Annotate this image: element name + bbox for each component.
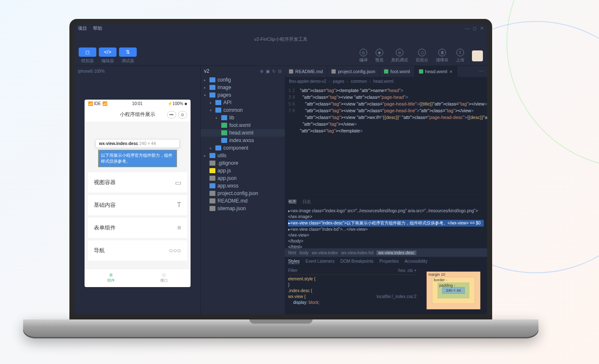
editor-panel: README.mdproject.config.jsonfoot.wxmlhea… (285, 66, 487, 314)
breadcrumb-item[interactable]: pages (333, 79, 344, 84)
device-info[interactable]: iphone6 100% (74, 66, 200, 76)
subtab[interactable]: Accessibility (405, 259, 427, 264)
subtab[interactable]: Event Listeners (305, 259, 334, 264)
action-真机调试[interactable]: ◎真机调试 (391, 49, 408, 63)
more-icon[interactable]: ⋯ (476, 66, 487, 77)
tree-item[interactable]: app.wxss (201, 182, 285, 190)
list-item[interactable]: 视图容器▭ (88, 172, 187, 193)
editor-tab[interactable]: head.wxml✕ (415, 66, 458, 77)
new-folder-icon[interactable]: ▣ (266, 69, 270, 74)
titlebar: v2-FinClip小程序开发工具 (74, 32, 487, 46)
hov-toggle[interactable]: :hov .cls + (398, 268, 416, 274)
menu-project[interactable]: 项目 (78, 25, 87, 32)
path-item[interactable]: wx-view.index (312, 251, 338, 255)
path-item[interactable]: body (300, 251, 309, 255)
maximize-icon[interactable]: ◻ (473, 26, 477, 31)
breadcrumb: fino-applet-demo-v2›pages›common›head.wx… (285, 77, 487, 85)
capsule-close[interactable]: ⊙ (178, 111, 187, 119)
path-item[interactable]: wx-view.index-desc (376, 251, 416, 255)
tree-item[interactable]: sitemap.json (201, 205, 285, 212)
tree-item[interactable]: ▾common (201, 106, 285, 114)
tree-item[interactable]: ▸utils (201, 152, 285, 159)
list-item[interactable]: 导航○○○ (88, 240, 187, 261)
breadcrumb-item[interactable]: common (351, 79, 367, 84)
editor-tab[interactable]: foot.wxml (380, 66, 414, 77)
tab-api[interactable]: ◻接口 (138, 269, 191, 287)
tree-item[interactable]: app.json (201, 174, 285, 182)
signal-icon: 📶 IDE 📶 (88, 101, 107, 106)
battery-icon: ⚡100% ■ (167, 101, 187, 106)
user-avatar[interactable] (472, 50, 483, 61)
refresh-icon[interactable]: ↻ (272, 69, 276, 74)
subtab[interactable]: DOM Breakpoints (340, 259, 374, 264)
action-预览[interactable]: ◉预览 (375, 49, 384, 63)
devtools-tab-view[interactable]: 视图 (288, 199, 297, 205)
subtab[interactable]: Properties (379, 259, 399, 264)
debugger-label: 调试器 (119, 58, 137, 64)
simulator-label: 模拟器 (79, 58, 96, 64)
laptop-frame: 项目 帮助 — ◻ ✕ v2-FinClip小程序开发工具 ◻ </> ⇅ 模拟… (23, 19, 538, 351)
menubar: 项目 帮助 — ◻ ✕ (74, 24, 487, 32)
tree-item[interactable]: ▸image (201, 84, 285, 91)
tree-item[interactable]: ▸lib (201, 114, 285, 121)
path-item[interactable]: wx-view.index-hd (341, 251, 373, 255)
subtab[interactable]: Styles (288, 259, 300, 264)
tree-item[interactable]: ▸config (201, 76, 285, 84)
box-model: margin 10 border - padding - 240 × 44 (420, 266, 487, 314)
status-time: 10:01 (132, 101, 143, 106)
editor-tab[interactable]: README.md (285, 66, 327, 77)
tree-item[interactable]: README.md (201, 197, 285, 205)
tree-item[interactable]: head.wxml (201, 129, 285, 137)
tree-item[interactable]: index.wxss (201, 137, 285, 144)
devtools-panel: 视图 日志 ▸<wx-image class="index-logo" src=… (285, 197, 487, 314)
tree-item[interactable]: project.config.json (201, 190, 285, 197)
editor-button[interactable]: </> (99, 47, 117, 57)
breadcrumb-item[interactable]: head.wxml (374, 79, 394, 84)
list-item[interactable]: 基础内容T (88, 195, 187, 215)
highlighted-element[interactable]: 以下用展示小程序官方组件部力，组件样式仅供参考。 (98, 150, 177, 167)
action-编译[interactable]: ◎编译 (359, 49, 368, 63)
tree-item[interactable]: ▾pages (201, 91, 285, 99)
path-item[interactable]: html (288, 251, 296, 255)
action-切后台[interactable]: ◻切后台 (416, 49, 428, 63)
action-清缓存[interactable]: 🗑清缓存 (436, 49, 448, 63)
action-上传[interactable]: ↥上传 (456, 49, 464, 63)
breadcrumb-item[interactable]: fino-applet-demo-v2 (289, 79, 326, 84)
ide-window: 项目 帮助 — ◻ ✕ v2-FinClip小程序开发工具 ◻ </> ⇅ 模拟… (74, 24, 487, 314)
laptop-base (23, 319, 538, 338)
debugger-button[interactable]: ⇅ (119, 47, 137, 57)
tab-components[interactable]: ⊞组件 (85, 269, 138, 287)
tree-item[interactable]: ▸component (201, 144, 285, 152)
list-item[interactable]: 表单组件≡ (88, 218, 187, 238)
tree-item[interactable]: .gitignore (201, 159, 285, 167)
minimize-icon[interactable]: — (465, 26, 469, 31)
menu-help[interactable]: 帮助 (93, 25, 102, 32)
app-title: 小程序组件展示 (120, 111, 155, 118)
window-controls: — ◻ ✕ (465, 26, 484, 31)
toolbar: ◻ </> ⇅ 模拟器 编辑器 调试器 ◎编译◉预览◎真机调试◻切后台🗑清缓存↥… (74, 46, 487, 66)
tree-item[interactable]: app.js (201, 167, 285, 174)
filter-input[interactable]: Filter (288, 268, 297, 274)
styles-pane[interactable]: Filter:hov .cls + element.style {}.index… (285, 266, 420, 314)
file-explorer: v2 ⊕ ▣ ↻ ⊟ ▸config▸image▾pages▸API▾commo… (201, 66, 285, 314)
editor-tab[interactable]: project.config.json (327, 66, 380, 77)
devtools-tab-log[interactable]: 日志 (302, 199, 311, 205)
new-file-icon[interactable]: ⊕ (260, 69, 263, 74)
tree-item[interactable]: ▸API (201, 99, 285, 106)
collapse-icon[interactable]: ⊟ (278, 69, 281, 74)
tree-item[interactable]: foot.wxml (201, 121, 285, 129)
simulator-button[interactable]: ◻ (79, 47, 96, 57)
dom-path[interactable]: htmlbodywx-view.indexwx-view.index-hdwx-… (285, 248, 487, 257)
code-editor[interactable]: 1 2 3 4 5 6 7 8 "attr">class="tag"><temp… (285, 85, 487, 197)
inspect-tooltip: wx-view.index-desc 240 × 44 (95, 139, 180, 148)
close-icon[interactable]: ✕ (480, 26, 484, 31)
simulator-panel: iphone6 100% 📶 IDE 📶 10:01 ⚡100% ■ 小程序组件… (74, 66, 201, 314)
window-title: v2-FinClip小程序开发工具 (162, 36, 400, 42)
phone-simulator: 📶 IDE 📶 10:01 ⚡100% ■ 小程序组件展示 ••• ⊙ wx-v… (85, 100, 191, 287)
editor-label: 编辑器 (99, 58, 117, 64)
dom-tree[interactable]: ▸<wx-image class="index-logo" src="../re… (285, 206, 487, 248)
project-root[interactable]: v2 (204, 68, 209, 74)
capsule-menu[interactable]: ••• (167, 111, 176, 119)
